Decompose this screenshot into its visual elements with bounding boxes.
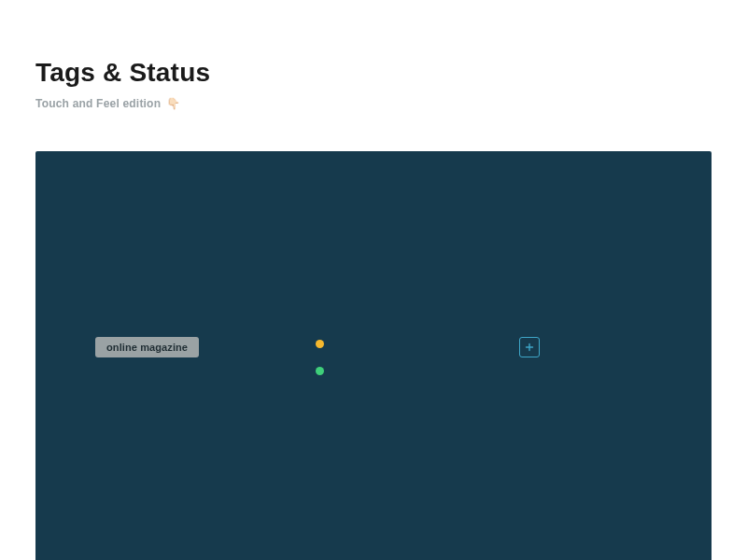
demo-panel: online magazine <box>35 151 712 560</box>
add-tag-button[interactable] <box>519 337 540 357</box>
plus-icon <box>525 343 534 352</box>
page-subtitle-text: Touch and Feel edition <box>35 97 161 110</box>
page-subtitle: Touch and Feel edition 👇🏻 <box>35 97 712 110</box>
point-down-icon: 👇🏻 <box>166 98 180 109</box>
status-dot-ok <box>316 367 324 375</box>
status-dot-pending <box>316 340 324 348</box>
tag-chip-online-magazine[interactable]: online magazine <box>95 337 199 357</box>
page-title: Tags & Status <box>35 58 712 88</box>
